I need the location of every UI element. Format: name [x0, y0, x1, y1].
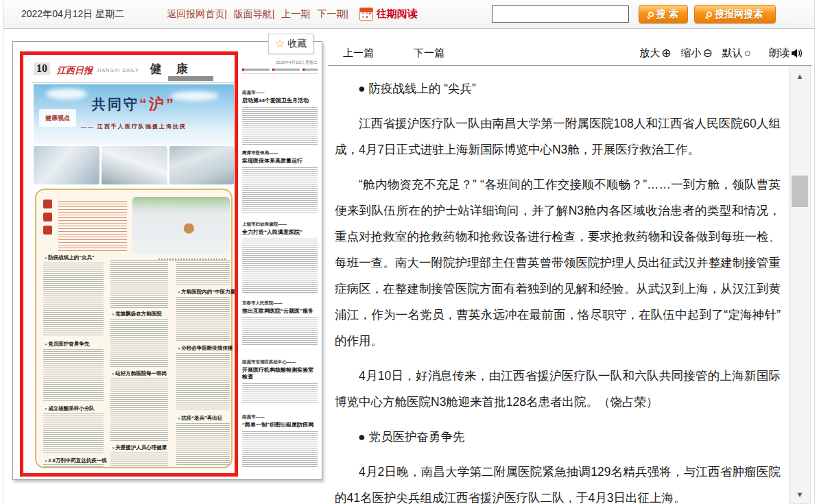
sidebar-date: 2022年4月12日 星期二 [242, 60, 318, 66]
calendar-icon[interactable] [359, 8, 373, 21]
sidebar-article-kicker: 上饶市妇幼保健院—— [242, 221, 318, 228]
scroll-up-arrow-icon[interactable]: ▲ [790, 67, 810, 85]
sidebar-article-kicker: 南昌市—— [242, 90, 318, 96]
sidebar-article: 上饶市妇幼保健院—— 全力打造“人民满意医院” [242, 221, 318, 293]
sidebar-article-body [242, 239, 318, 293]
page-right-border [814, 0, 815, 504]
sidebar-article-title[interactable]: 开展医疗机构核酸检测实验室检查 [242, 367, 318, 381]
sidebar-article-kicker: 鹰潭市医保局—— [242, 150, 318, 156]
nav-next-issue-link[interactable]: 下一期| [317, 8, 348, 19]
sidebar-article: 南昌市—— “两单一制”织密出租屋防疫网 [242, 414, 318, 467]
magnifier-icon [648, 12, 654, 17]
sidebar-article-kicker: 南昌市—— [242, 414, 318, 420]
default-size-button[interactable]: 默认 ○ [722, 47, 751, 60]
sidebar-article-body [242, 167, 318, 214]
nav-layout-link[interactable]: 版面导航| [234, 8, 275, 19]
scroll-down-arrow-icon[interactable]: ▼ [790, 485, 810, 503]
sidebar-article-title[interactable]: 全力打造“人民满意医院” [242, 229, 318, 236]
read-aloud-button[interactable]: 朗读 [769, 47, 803, 60]
search-input[interactable] [492, 5, 629, 23]
star-icon: ☆ [275, 38, 285, 49]
nav-prev-issue-link[interactable]: 上一期 [281, 8, 310, 19]
favorite-label: 收藏 [287, 38, 307, 50]
zoom-out-button[interactable]: 缩小 ⊖ [680, 47, 712, 60]
past-issues-link[interactable]: 往期阅读 [377, 8, 418, 21]
page-left-border [3, 0, 3, 504]
article-heading: ● 党员医护奋勇争先 [335, 424, 781, 450]
sidebar-article: 宜春市人民医院—— 推出互联网医院“云就医”服务 [242, 300, 318, 345]
reader-toolbar: 上一篇 下一篇 放大 ⊕ 缩小 ⊖ 默认 ○ 朗读 [328, 41, 812, 66]
sidebar-article-title[interactable]: 实现医保体系高质量运行 [242, 158, 318, 165]
site-search-button[interactable]: 搜报网搜索 [694, 5, 776, 23]
article-heading: ● 防疫战线上的 “尖兵” [335, 75, 781, 101]
top-bar: 2022年04月12日 星期二 返回报网首页| 版面导航| 上一期 下一期| 往… [3, 0, 814, 29]
sidebar-article-kicker: 南昌市东湖区疾控中心—— [242, 359, 318, 365]
newspaper-thumbnail-panel: ☆ 收藏 10 江西日报 JIANGXI DAILY 健 康 共同守“沪” 健康… [12, 41, 322, 480]
sidebar-article-title[interactable]: 启动第34个爱国卫生月活动 [242, 97, 318, 104]
reader-controls: 放大 ⊕ 缩小 ⊖ 默认 ○ 朗读 [632, 47, 803, 60]
zoom-out-icon: ⊖ [702, 47, 712, 59]
article-paragraph: 4月2日晚，南昌大学第二附属医院紧急抽调129名精兵强将，与江西省肿瘤医院的41… [335, 459, 781, 504]
sidebar-article-body [242, 317, 318, 345]
zoom-in-button[interactable]: 放大 ⊕ [639, 47, 671, 60]
sidebar-article-body [242, 431, 318, 467]
sidebar-article-title[interactable]: 推出互联网医院“云就医”服务 [242, 308, 318, 315]
article-region-highlight[interactable] [20, 51, 238, 477]
zoom-in-icon: ⊕ [661, 47, 671, 59]
article-paragraph: 江西省援沪医疗队一队由南昌大学第一附属医院108人和江西省人民医院60人组成，4… [335, 110, 781, 163]
sidebar-article: 鹰潭市医保局—— 实现医保体系高质量运行 [242, 150, 318, 214]
article-body: ● 防疫战线上的 “尖兵” 江西省援沪医疗队一队由南昌大学第一附属医院108人和… [335, 67, 781, 504]
nav-home-link[interactable]: 返回报网首页| [167, 8, 227, 19]
search-button[interactable]: 搜 索 [639, 5, 688, 23]
favorite-button[interactable]: ☆ 收藏 [268, 34, 313, 54]
sidebar-rule [242, 73, 318, 74]
scrollbar-thumb[interactable] [792, 176, 808, 207]
sidebar-article: 南昌市—— 启动第34个爱国卫生月活动 [242, 90, 318, 145]
sidebar-article-kicker: 宜春市人民医院—— [242, 300, 318, 307]
article-paragraph: “舱内物资充不充足？” “各班间的工作交接顺不顺畅？”……一到方舱，领队曹英便来… [335, 171, 781, 354]
sidebar-article-title[interactable]: “两单一制”织密出租屋防疫网 [242, 422, 318, 429]
article-paragraph: 4月10日，好消息传来，由江西省援沪医疗队一队和六队共同接管的上海新国际博览中心… [335, 363, 781, 415]
newspaper-sidebar: 2022年4月12日 星期二 [242, 60, 318, 74]
top-nav: 返回报网首页| 版面导航| 上一期 下一期| [167, 8, 353, 21]
next-article-button[interactable]: 下一篇 [414, 47, 444, 60]
sidebar-article-body [242, 383, 318, 403]
sidebar-contact-line [242, 69, 318, 71]
magnifier-icon [707, 12, 712, 17]
default-size-icon: ○ [744, 47, 751, 59]
prev-article-button[interactable]: 上一篇 [343, 47, 374, 60]
issue-date: 2022年04月12日 星期二 [21, 8, 124, 21]
speaker-icon [791, 47, 803, 59]
sidebar-article: 南昌市东湖区疾控中心—— 开展医疗机构核酸检测实验室检查 [242, 359, 318, 403]
article-scrollbar[interactable]: ▲ ▼ [789, 67, 811, 504]
sidebar-article-body [242, 107, 318, 145]
